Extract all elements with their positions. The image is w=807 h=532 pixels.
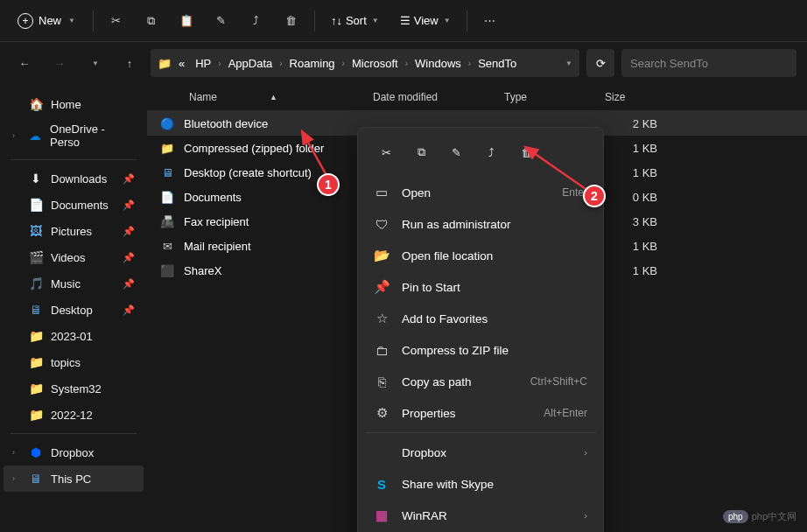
view-button[interactable]: ☰ View ▼	[391, 9, 460, 32]
sidebar-item-thispc[interactable]: › 🖥 This PC	[4, 466, 144, 492]
context-accel: Ctrl+Shift+C	[530, 375, 587, 388]
file-size: 1 KB	[605, 264, 675, 277]
new-button[interactable]: + New ▼	[7, 8, 86, 34]
column-size[interactable]: Size	[605, 91, 675, 103]
cut-icon[interactable]: ✂	[370, 136, 402, 168]
home-icon: 🏠	[28, 96, 44, 112]
context-label: Properties	[402, 407, 531, 420]
context-item[interactable]: ⎘ Copy as path Ctrl+Shift+C	[363, 366, 598, 397]
onedrive-icon: ☁	[28, 128, 43, 144]
sidebar-item-label: System32	[51, 382, 102, 396]
rename-icon[interactable]: ✎	[440, 136, 472, 168]
copy-icon[interactable]: ⧉	[136, 5, 167, 37]
more-icon[interactable]: ⋯	[474, 5, 506, 37]
file-icon: 🖥	[159, 164, 175, 180]
annotation-marker-2: 2	[583, 185, 606, 207]
context-item[interactable]: ☆ Add to Favorites	[363, 303, 598, 334]
delete-icon[interactable]: 🗑	[510, 136, 542, 168]
back-button[interactable]: ←	[11, 49, 39, 77]
breadcrumb-item[interactable]: HP	[192, 55, 214, 72]
pc-icon: 🖥	[28, 471, 44, 486]
share-icon[interactable]: ⤴	[241, 5, 272, 37]
sidebar-item[interactable]: 📄 Documents 📌	[4, 192, 144, 218]
chevron-down-icon: ▼	[444, 17, 451, 24]
context-menu: ✂ ⧉ ✎ ⤴ 🗑 ▭ Open Enter🛡 Run as administr…	[357, 127, 604, 532]
sidebar-item-label: Dropbox	[51, 446, 94, 459]
breadcrumb-item[interactable]: Windows	[411, 55, 465, 72]
sidebar-item-label: OneDrive - Perso	[50, 122, 135, 149]
sidebar-item-label: Pictures	[51, 225, 92, 238]
divider	[11, 433, 137, 434]
watermark-text: php中文网	[752, 510, 796, 523]
rename-icon[interactable]: ✎	[206, 5, 237, 37]
breadcrumb-item[interactable]: Roaming	[286, 55, 339, 72]
sidebar-item-dropbox[interactable]: › ⬢ Dropbox	[4, 439, 144, 466]
search-placeholder: Search SendTo	[630, 57, 708, 70]
breadcrumb-item[interactable]: AppData	[225, 55, 277, 72]
sidebar-item[interactable]: 🖼 Pictures 📌	[4, 218, 144, 244]
context-item[interactable]: S Share with Skype	[363, 468, 598, 500]
forward-button[interactable]: →	[46, 49, 74, 77]
context-label: Run as administrator	[402, 218, 587, 231]
breadcrumb-prefix: «	[175, 55, 188, 72]
file-size: 2 KB	[605, 117, 675, 130]
context-item[interactable]: ▦ WinRAR ›	[363, 500, 598, 531]
sidebar-item[interactable]: 🎵 Music 📌	[4, 270, 144, 297]
context-item[interactable]: 📂 Open file location	[363, 240, 598, 271]
column-type[interactable]: Type	[504, 91, 605, 103]
context-item[interactable]: Dropbox ›	[363, 437, 598, 468]
sidebar-item[interactable]: 📁 System32	[4, 375, 144, 402]
sidebar-item[interactable]: 🎬 Videos 📌	[4, 244, 144, 270]
pin-icon: 📌	[123, 252, 135, 263]
breadcrumb-item[interactable]: Microsoft	[348, 55, 402, 72]
context-label: WinRAR	[402, 509, 572, 522]
refresh-button[interactable]: ⟳	[586, 49, 614, 77]
context-label: Open	[402, 186, 550, 200]
column-date[interactable]: Date modified	[373, 91, 504, 103]
context-icon: ☆	[374, 311, 389, 326]
sidebar-item[interactable]: 📁 topics	[4, 349, 144, 375]
chevron-right-icon: ›	[468, 59, 471, 68]
sidebar-item[interactable]: 📁 2022-12	[4, 402, 144, 428]
file-icon: ⬛	[159, 262, 175, 278]
delete-icon[interactable]: 🗑	[276, 5, 307, 37]
sort-button[interactable]: ↑↓ Sort ▼	[322, 9, 388, 32]
sidebar-item-label: topics	[51, 356, 81, 369]
sidebar-item[interactable]: 📁 2023-01	[4, 323, 144, 349]
sidebar-item-label: 2023-01	[51, 330, 93, 343]
sidebar-item[interactable]: 🖥 Desktop 📌	[4, 297, 144, 323]
context-item[interactable]: ⚙ Properties Alt+Enter	[363, 397, 598, 429]
item-icon: 🖼	[28, 223, 44, 239]
pin-icon: 📌	[123, 173, 135, 185]
app-icon: S	[374, 476, 389, 492]
recent-button[interactable]: ▼	[81, 49, 109, 77]
file-name-label: Desktop (create shortcut)	[184, 166, 312, 179]
item-icon: 📁	[28, 354, 44, 370]
sidebar-item[interactable]: ⬇ Downloads 📌	[4, 165, 144, 192]
view-label: View	[414, 14, 439, 27]
share-icon[interactable]: ⤴	[475, 136, 507, 168]
view-icon: ☰	[400, 14, 411, 27]
plus-icon: +	[18, 13, 33, 29]
context-item[interactable]: 🛡 Run as administrator	[363, 208, 598, 240]
pin-icon: 📌	[123, 304, 135, 316]
file-name-label: Bluetooth device	[184, 117, 268, 130]
context-item[interactable]: 🗀 Compress to ZIP file	[363, 334, 598, 366]
app-icon: ▦	[374, 508, 389, 523]
column-name[interactable]: Name ▲	[147, 91, 373, 103]
copy-icon[interactable]: ⧉	[405, 136, 437, 168]
item-icon: 📄	[28, 197, 44, 213]
up-button[interactable]: ↑	[116, 49, 144, 77]
context-icon: 📂	[374, 248, 389, 263]
breadcrumb-item[interactable]: SendTo	[474, 55, 520, 72]
paste-icon[interactable]: 📋	[171, 5, 202, 37]
chevron-down-icon[interactable]: ▼	[565, 60, 572, 67]
search-input[interactable]: Search SendTo	[621, 49, 796, 77]
context-item[interactable]: 📌 Pin to Start	[363, 271, 598, 303]
cut-icon[interactable]: ✂	[101, 5, 132, 37]
context-label: Compress to ZIP file	[402, 344, 587, 357]
sidebar-item-home[interactable]: 🏠 Home	[4, 91, 144, 117]
context-item[interactable]: ▭ Open Enter	[363, 177, 598, 208]
breadcrumb[interactable]: 📁 « HP › AppData › Roaming › Microsoft ›…	[151, 49, 579, 77]
sidebar-item-onedrive[interactable]: › ☁ OneDrive - Perso	[4, 117, 144, 154]
